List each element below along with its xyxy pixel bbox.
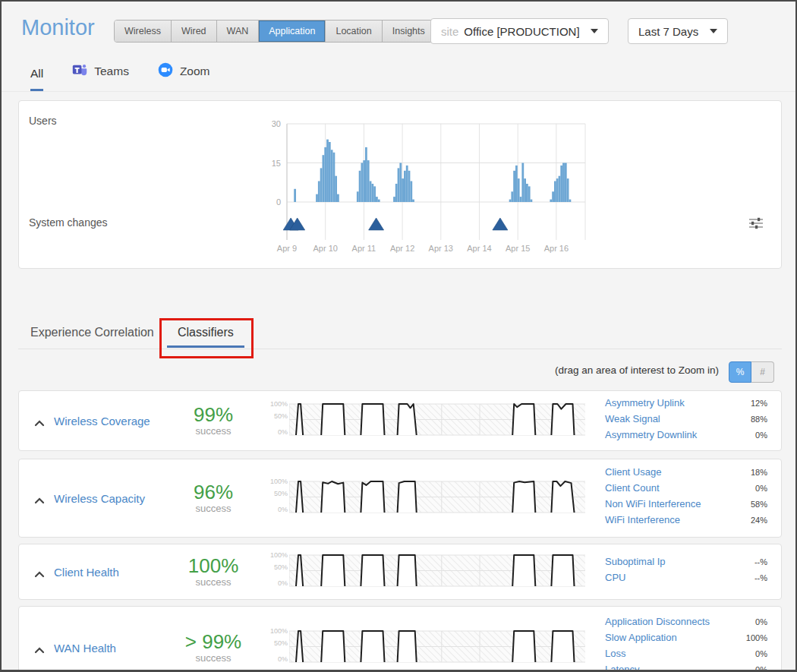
classifier-metrics: Application Disconnects0%Slow Applicatio… — [605, 616, 781, 672]
classifier-row-wan-health: WAN Health> 99%success100%50%0%Applicati… — [18, 606, 782, 672]
classifier-sparkline: 100%50%0% — [269, 627, 587, 668]
sparkline-tick-label: 50% — [274, 639, 288, 647]
metric-link[interactable]: Client Count — [605, 482, 660, 494]
sparkline-tick-label: 0% — [278, 655, 288, 663]
nav-tab-wired[interactable]: Wired — [172, 21, 217, 42]
app-tab-label: Zoom — [180, 65, 210, 78]
success-percentage: 100% — [168, 556, 259, 576]
metric-link[interactable]: Weak Signal — [605, 413, 660, 424]
metric-link[interactable]: WiFi Interference — [605, 514, 680, 525]
sparkline-tick-label: 100% — [270, 627, 288, 635]
app-tab-zoom[interactable]: Zoom — [158, 62, 210, 91]
app-window: Monitor WirelessWiredWANApplicationLocat… — [0, 0, 797, 672]
time-range-selector[interactable]: Last 7 Days — [628, 18, 728, 44]
metric-row: CPU--% — [605, 572, 767, 588]
nav-tab-location[interactable]: Location — [326, 21, 382, 42]
metric-value: 18% — [751, 468, 767, 477]
app-tab-teams[interactable]: Teams — [72, 62, 129, 91]
nav-tab-application[interactable]: Application — [259, 21, 326, 42]
sparkline-chart[interactable] — [289, 400, 587, 441]
classifier-name-link[interactable]: Wireless Coverage — [54, 415, 168, 427]
metric-link[interactable]: Suboptimal Ip — [605, 556, 666, 567]
sparkline-chart[interactable] — [289, 478, 587, 519]
classifier-metrics: Asymmetry Uplink12%Weak Signal88%Asymmet… — [605, 397, 781, 445]
metric-row: Slow Application100% — [605, 632, 767, 648]
metric-value: 0% — [755, 484, 767, 493]
metric-link[interactable]: Slow Application — [605, 632, 677, 643]
metric-link[interactable]: Loss — [605, 648, 625, 659]
app-tab-label: Teams — [94, 65, 129, 78]
metric-value: 24% — [751, 516, 767, 525]
success-percentage: 96% — [168, 482, 259, 503]
nav-tab-wan[interactable]: WAN — [217, 21, 260, 42]
metric-value: 12% — [751, 399, 767, 408]
chevron-down-icon — [710, 29, 717, 33]
nav-tab-insights[interactable]: Insights — [383, 21, 435, 42]
svg-text:Apr 13: Apr 13 — [429, 244, 453, 253]
monitor-nav-tabs: WirelessWiredWANApplicationLocationInsig… — [114, 20, 436, 43]
metric-link[interactable]: Asymmetry Downlink — [605, 429, 697, 440]
users-histogram-chart[interactable]: 01530Apr 9Apr 10Apr 11Apr 12Apr 13Apr 14… — [19, 101, 781, 268]
svg-text:0: 0 — [276, 197, 281, 207]
chevron-down-icon — [591, 29, 598, 33]
sparkline-tick-label: 100% — [270, 400, 288, 408]
classifier-name-link[interactable]: WAN Health — [54, 642, 168, 655]
percent-toggle-button[interactable]: % — [729, 361, 751, 383]
sliders-icon[interactable] — [748, 217, 764, 229]
metric-link[interactable]: CPU — [605, 572, 625, 583]
svg-text:Apr 9: Apr 9 — [277, 244, 297, 253]
metric-link[interactable]: Application Disconnects — [605, 616, 710, 627]
drag-hint-text: (drag an area of interest to Zoom in) — [555, 364, 719, 376]
classifier-name-link[interactable]: Wireless Capacity — [54, 492, 168, 505]
annotation-highlight-box — [159, 318, 254, 358]
count-toggle-button[interactable]: # — [751, 361, 774, 383]
teams-icon — [72, 62, 87, 80]
nav-tab-wireless[interactable]: Wireless — [115, 21, 172, 42]
sparkline-chart[interactable] — [289, 551, 587, 592]
sparkline-chart[interactable] — [289, 627, 587, 668]
classifier-list: Wireless Coverage99%success100%50%0%Asym… — [18, 390, 782, 672]
sparkline-axis-labels: 100%50%0% — [269, 400, 289, 441]
collapse-chevron-icon[interactable] — [34, 643, 45, 652]
classifier-metrics: Suboptimal Ip--%CPU--% — [605, 556, 781, 588]
site-selector[interactable]: site Office [PRODUCTION] — [430, 18, 609, 44]
sparkline-tick-label: 50% — [274, 563, 288, 571]
metric-link[interactable]: Latency — [605, 664, 640, 672]
collapse-chevron-icon[interactable] — [34, 416, 45, 425]
classifier-metrics: Client Usage18%Client Count0%Non WiFi In… — [605, 466, 781, 530]
tab-experience-correlation[interactable]: Experience Correlation — [30, 326, 154, 339]
classifier-row-wireless-coverage: Wireless Coverage99%success100%50%0%Asym… — [18, 390, 782, 451]
svg-text:Apr 15: Apr 15 — [506, 244, 530, 253]
app-tab-label: All — [30, 67, 43, 80]
metric-link[interactable]: Client Usage — [605, 466, 661, 478]
metric-value: 0% — [755, 665, 767, 672]
percent-count-toggle: %# — [729, 361, 774, 383]
metric-value: --% — [754, 573, 767, 582]
classifier-sparkline: 100%50%0% — [269, 478, 587, 519]
app-tab-all[interactable]: All — [30, 67, 43, 91]
sparkline-tick-label: 100% — [270, 478, 288, 485]
classifier-success: 99%success — [168, 405, 259, 437]
classifier-name-link[interactable]: Client Health — [54, 566, 168, 579]
collapse-chevron-icon[interactable] — [34, 567, 45, 576]
metric-value: --% — [754, 557, 767, 566]
metric-row: Client Usage18% — [605, 466, 767, 482]
svg-text:15: 15 — [272, 159, 281, 168]
metric-row: WiFi Interference24% — [605, 514, 767, 530]
metric-link[interactable]: Non WiFi Interference — [605, 498, 701, 510]
svg-text:30: 30 — [272, 119, 281, 128]
sparkline-tick-label: 0% — [278, 579, 288, 587]
metric-row: Weak Signal88% — [605, 413, 767, 429]
collapse-chevron-icon[interactable] — [34, 494, 45, 503]
metric-row: Asymmetry Uplink12% — [605, 397, 767, 413]
metric-value: 100% — [746, 633, 767, 642]
metric-link[interactable]: Asymmetry Uplink — [605, 397, 685, 409]
metric-value: 88% — [751, 415, 767, 424]
classifier-success: 96%success — [168, 482, 259, 514]
time-range-value: Last 7 Days — [638, 25, 698, 38]
classifier-success: > 99%success — [168, 632, 259, 664]
svg-text:Apr 14: Apr 14 — [467, 244, 491, 253]
classifier-sparkline: 100%50%0% — [269, 400, 587, 441]
svg-text:Apr 12: Apr 12 — [390, 244, 414, 253]
success-percentage: 99% — [168, 405, 259, 425]
